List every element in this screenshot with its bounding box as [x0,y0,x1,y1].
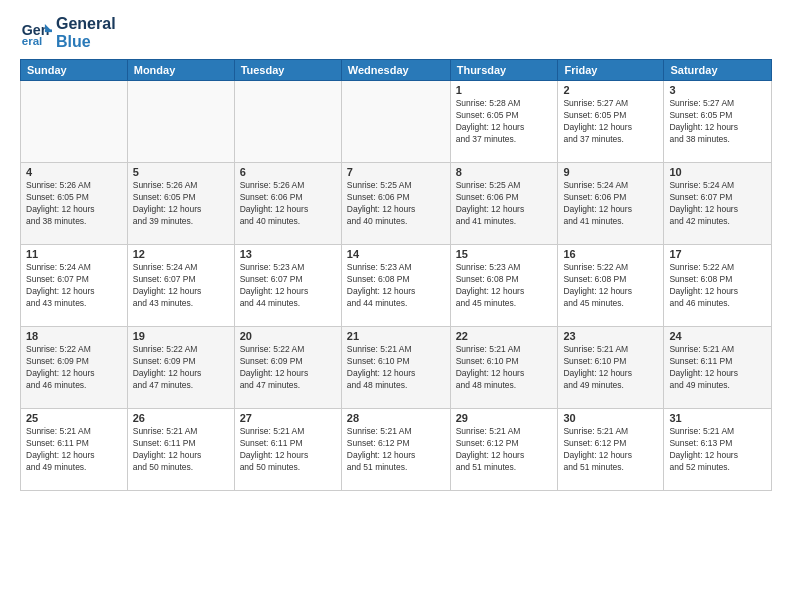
day-info: Sunrise: 5:21 AM Sunset: 6:12 PM Dayligh… [347,426,445,474]
day-number: 25 [26,412,122,424]
day-number: 29 [456,412,553,424]
day-number: 13 [240,248,336,260]
calendar-page: Gen eral General Blue SundayMondayTuesda… [0,0,792,612]
logo-icon: Gen eral [20,17,52,49]
svg-text:eral: eral [22,35,43,47]
day-info: Sunrise: 5:25 AM Sunset: 6:06 PM Dayligh… [456,180,553,228]
day-number: 15 [456,248,553,260]
calendar-day-cell: 8Sunrise: 5:25 AM Sunset: 6:06 PM Daylig… [450,163,558,245]
day-info: Sunrise: 5:23 AM Sunset: 6:07 PM Dayligh… [240,262,336,310]
calendar-table: SundayMondayTuesdayWednesdayThursdayFrid… [20,59,772,491]
day-number: 4 [26,166,122,178]
weekday-header-thursday: Thursday [450,60,558,81]
calendar-day-cell: 30Sunrise: 5:21 AM Sunset: 6:12 PM Dayli… [558,409,664,491]
day-info: Sunrise: 5:22 AM Sunset: 6:08 PM Dayligh… [669,262,766,310]
weekday-header-monday: Monday [127,60,234,81]
weekday-header-friday: Friday [558,60,664,81]
calendar-day-cell: 22Sunrise: 5:21 AM Sunset: 6:10 PM Dayli… [450,327,558,409]
calendar-day-cell: 12Sunrise: 5:24 AM Sunset: 6:07 PM Dayli… [127,245,234,327]
calendar-day-cell: 16Sunrise: 5:22 AM Sunset: 6:08 PM Dayli… [558,245,664,327]
day-number: 31 [669,412,766,424]
day-number: 27 [240,412,336,424]
logo: Gen eral General Blue [20,15,116,51]
day-info: Sunrise: 5:26 AM Sunset: 6:05 PM Dayligh… [133,180,229,228]
day-info: Sunrise: 5:21 AM Sunset: 6:12 PM Dayligh… [563,426,658,474]
calendar-day-cell [127,81,234,163]
day-info: Sunrise: 5:23 AM Sunset: 6:08 PM Dayligh… [456,262,553,310]
calendar-week-row: 4Sunrise: 5:26 AM Sunset: 6:05 PM Daylig… [21,163,772,245]
day-number: 28 [347,412,445,424]
day-info: Sunrise: 5:22 AM Sunset: 6:09 PM Dayligh… [26,344,122,392]
day-number: 30 [563,412,658,424]
calendar-day-cell: 3Sunrise: 5:27 AM Sunset: 6:05 PM Daylig… [664,81,772,163]
weekday-header-saturday: Saturday [664,60,772,81]
weekday-header-row: SundayMondayTuesdayWednesdayThursdayFrid… [21,60,772,81]
day-info: Sunrise: 5:21 AM Sunset: 6:10 PM Dayligh… [456,344,553,392]
day-number: 2 [563,84,658,96]
day-info: Sunrise: 5:24 AM Sunset: 6:07 PM Dayligh… [669,180,766,228]
calendar-week-row: 18Sunrise: 5:22 AM Sunset: 6:09 PM Dayli… [21,327,772,409]
calendar-day-cell: 28Sunrise: 5:21 AM Sunset: 6:12 PM Dayli… [341,409,450,491]
calendar-day-cell: 18Sunrise: 5:22 AM Sunset: 6:09 PM Dayli… [21,327,128,409]
day-number: 7 [347,166,445,178]
day-number: 8 [456,166,553,178]
day-info: Sunrise: 5:21 AM Sunset: 6:12 PM Dayligh… [456,426,553,474]
day-info: Sunrise: 5:21 AM Sunset: 6:11 PM Dayligh… [26,426,122,474]
day-number: 1 [456,84,553,96]
day-info: Sunrise: 5:24 AM Sunset: 6:06 PM Dayligh… [563,180,658,228]
calendar-day-cell: 26Sunrise: 5:21 AM Sunset: 6:11 PM Dayli… [127,409,234,491]
weekday-header-tuesday: Tuesday [234,60,341,81]
day-number: 17 [669,248,766,260]
calendar-day-cell: 5Sunrise: 5:26 AM Sunset: 6:05 PM Daylig… [127,163,234,245]
day-number: 18 [26,330,122,342]
day-info: Sunrise: 5:22 AM Sunset: 6:08 PM Dayligh… [563,262,658,310]
logo-general: General [56,15,116,33]
day-info: Sunrise: 5:21 AM Sunset: 6:11 PM Dayligh… [133,426,229,474]
calendar-day-cell: 15Sunrise: 5:23 AM Sunset: 6:08 PM Dayli… [450,245,558,327]
calendar-day-cell [21,81,128,163]
calendar-day-cell: 4Sunrise: 5:26 AM Sunset: 6:05 PM Daylig… [21,163,128,245]
logo-blue: Blue [56,33,116,51]
weekday-header-wednesday: Wednesday [341,60,450,81]
calendar-day-cell: 20Sunrise: 5:22 AM Sunset: 6:09 PM Dayli… [234,327,341,409]
calendar-day-cell: 21Sunrise: 5:21 AM Sunset: 6:10 PM Dayli… [341,327,450,409]
day-number: 3 [669,84,766,96]
day-info: Sunrise: 5:21 AM Sunset: 6:10 PM Dayligh… [563,344,658,392]
calendar-day-cell: 11Sunrise: 5:24 AM Sunset: 6:07 PM Dayli… [21,245,128,327]
calendar-week-row: 25Sunrise: 5:21 AM Sunset: 6:11 PM Dayli… [21,409,772,491]
day-info: Sunrise: 5:21 AM Sunset: 6:11 PM Dayligh… [240,426,336,474]
day-info: Sunrise: 5:26 AM Sunset: 6:05 PM Dayligh… [26,180,122,228]
calendar-day-cell: 9Sunrise: 5:24 AM Sunset: 6:06 PM Daylig… [558,163,664,245]
day-number: 23 [563,330,658,342]
calendar-day-cell: 27Sunrise: 5:21 AM Sunset: 6:11 PM Dayli… [234,409,341,491]
day-info: Sunrise: 5:22 AM Sunset: 6:09 PM Dayligh… [240,344,336,392]
calendar-day-cell: 31Sunrise: 5:21 AM Sunset: 6:13 PM Dayli… [664,409,772,491]
calendar-day-cell: 1Sunrise: 5:28 AM Sunset: 6:05 PM Daylig… [450,81,558,163]
day-number: 26 [133,412,229,424]
day-number: 6 [240,166,336,178]
calendar-day-cell [341,81,450,163]
calendar-day-cell: 17Sunrise: 5:22 AM Sunset: 6:08 PM Dayli… [664,245,772,327]
calendar-day-cell [234,81,341,163]
day-number: 21 [347,330,445,342]
svg-rect-3 [45,29,52,32]
weekday-header-sunday: Sunday [21,60,128,81]
day-info: Sunrise: 5:27 AM Sunset: 6:05 PM Dayligh… [563,98,658,146]
day-info: Sunrise: 5:23 AM Sunset: 6:08 PM Dayligh… [347,262,445,310]
day-info: Sunrise: 5:24 AM Sunset: 6:07 PM Dayligh… [26,262,122,310]
calendar-day-cell: 24Sunrise: 5:21 AM Sunset: 6:11 PM Dayli… [664,327,772,409]
day-number: 5 [133,166,229,178]
day-number: 12 [133,248,229,260]
day-info: Sunrise: 5:28 AM Sunset: 6:05 PM Dayligh… [456,98,553,146]
day-info: Sunrise: 5:27 AM Sunset: 6:05 PM Dayligh… [669,98,766,146]
day-number: 16 [563,248,658,260]
day-number: 9 [563,166,658,178]
calendar-day-cell: 19Sunrise: 5:22 AM Sunset: 6:09 PM Dayli… [127,327,234,409]
day-info: Sunrise: 5:22 AM Sunset: 6:09 PM Dayligh… [133,344,229,392]
day-info: Sunrise: 5:26 AM Sunset: 6:06 PM Dayligh… [240,180,336,228]
calendar-week-row: 1Sunrise: 5:28 AM Sunset: 6:05 PM Daylig… [21,81,772,163]
day-number: 20 [240,330,336,342]
day-info: Sunrise: 5:25 AM Sunset: 6:06 PM Dayligh… [347,180,445,228]
header: Gen eral General Blue [20,15,772,51]
calendar-day-cell: 13Sunrise: 5:23 AM Sunset: 6:07 PM Dayli… [234,245,341,327]
